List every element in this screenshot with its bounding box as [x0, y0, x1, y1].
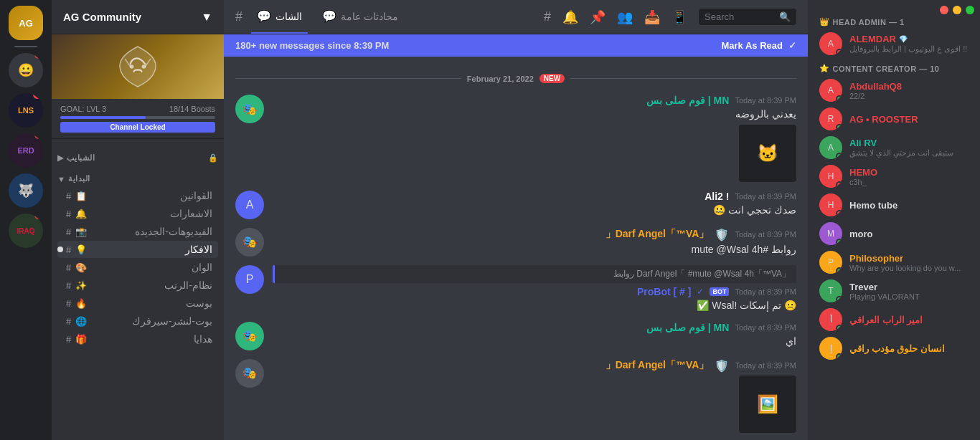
tab-shat-label: الشات [275, 11, 302, 22]
emoji-icon: 📸 [75, 226, 87, 237]
member-info: AbdullahQ8 22/2 [849, 81, 969, 100]
member-avatar: A [819, 136, 842, 159]
member-avatar: P [819, 251, 842, 274]
emoji-icon: 🌐 [75, 316, 87, 327]
date-divider: February 21, 2022 NEW [235, 74, 796, 83]
avatar-emoji: 🎭 [242, 102, 257, 116]
message-author: MN | قوم صلى بس [646, 322, 729, 333]
members-icon[interactable]: 👥 [617, 9, 633, 25]
avatar-letter: A [828, 85, 834, 95]
member-status: ستبقى انت مزحتي الذي لا يتشق [849, 148, 969, 158]
member-item-hemo-tube[interactable]: H Hemo tube [814, 191, 974, 219]
server-icon-iraq[interactable]: IRAQ 1 [9, 214, 43, 248]
pin-icon[interactable]: 📌 [590, 9, 606, 25]
channel-item-gifts[interactable]: # 🎁 هدايا [57, 330, 218, 348]
online-dot [836, 296, 842, 302]
member-status: Why are you looking do you w... [849, 264, 969, 272]
server-icon-ag[interactable]: AG [9, 6, 43, 40]
lock-icon: 🔒 [208, 153, 219, 163]
member-item-moro[interactable]: M moro [814, 219, 974, 248]
message-header: Today at 8:39 PM 🛡️ 「VA™」Darf Angel「 [273, 228, 796, 241]
channel-icon: # [66, 316, 71, 327]
category-label-bedaya: البداية [68, 174, 90, 183]
member-item-alemdar[interactable]: A ALEMDAR 💎 اقوى ع اليوتيوب | الرابط بال… [814, 29, 974, 58]
category-label: HEAD ADMIN — 1 [833, 18, 905, 27]
member-name: moro [849, 229, 969, 239]
channel-item-notifications[interactable]: # 🔔 الاشعارات [57, 205, 218, 222]
bell-icon[interactable]: 🔔 [562, 9, 578, 25]
emoji-icon: ✨ [75, 280, 87, 291]
channel-item-ranks[interactable]: # ✨ نظام-الرتب [57, 277, 218, 294]
server-icon-w[interactable]: 🐺 [9, 173, 43, 208]
close-button[interactable] [940, 6, 948, 14]
message-content: Today at 8:39 PM MN | قوم صلى بس اي [273, 322, 796, 349]
avatar-letter: أ [830, 315, 832, 325]
mark-as-read-button[interactable]: Mark As Read [722, 40, 783, 51]
member-avatar: إ [819, 337, 842, 360]
tab-shat[interactable]: 💬 الشات [251, 0, 308, 34]
server-logo [113, 42, 163, 92]
member-info: Philosopher Why are you looking do you w… [849, 253, 969, 272]
channel-name: القوانين [91, 190, 212, 201]
minimize-button[interactable] [953, 6, 961, 14]
tab-general[interactable]: 💬 محادثات عامة [316, 0, 404, 34]
avatar-letter: A [828, 39, 834, 49]
channel-icon: # [66, 226, 71, 237]
server-icon-2[interactable]: 😀 1 [9, 53, 43, 87]
message-image: 🐱 [653, 125, 796, 182]
member-item-ag-rooster[interactable]: R AG • ROOSTER [814, 105, 974, 133]
category-shabayeb[interactable]: ▶ الشبايب 🔒 [52, 150, 224, 166]
channel-item-colors[interactable]: # 🎨 الوان [57, 259, 218, 276]
member-item-insan[interactable]: إ انسان حلوق مؤدب راقي [814, 334, 974, 363]
message-author: 「VA™」Darf Angel「 [606, 359, 710, 372]
category-bedaya[interactable]: ▼ البداية [52, 171, 224, 186]
member-avatar: A [819, 32, 842, 55]
channel-item-videos[interactable]: # 📸 الفيديوهات-الجديده [57, 223, 218, 240]
online-dot [836, 239, 842, 245]
member-item-amir-rap[interactable]: أ امير الراب العراقي [814, 305, 974, 334]
maximize-button[interactable] [966, 6, 974, 14]
search-input[interactable] [705, 11, 776, 22]
member-avatar: M [819, 222, 842, 245]
member-avatar: H [819, 165, 842, 188]
member-item-trever[interactable]: T Trever Playing VALORANT [814, 277, 974, 305]
channel-name: الوان [91, 262, 212, 273]
channel-item-bot[interactable]: # 🌐 بوت-لنشر-سيرفرك [57, 312, 218, 330]
member-item-abdullahq8[interactable]: A AbdullahQ8 22/2 [814, 76, 974, 105]
channel-hash-icon: # [235, 9, 242, 24]
member-name: AG • ROOSTER [849, 114, 969, 125]
verified-icon: 💎 [899, 35, 908, 43]
server-header[interactable]: AG Community ▼ [52, 0, 224, 34]
member-name: ALEMDAR 💎 [849, 34, 969, 44]
server-divider [14, 46, 37, 47]
message-image: 🖼️ [653, 376, 796, 433]
channel-item-boost[interactable]: # 🔥 بوست [57, 295, 218, 312]
member-status: 22/2 [849, 92, 969, 100]
hashtag-icon[interactable]: # [544, 9, 551, 24]
member-info: Hemo tube [849, 200, 969, 211]
window-controls[interactable] [940, 6, 974, 14]
phone-icon[interactable]: 📱 [672, 9, 687, 25]
avatar: 🎭 [235, 95, 264, 123]
goal-progress: 18/14 Boosts [169, 105, 215, 113]
channel-item-rules[interactable]: # 📋 القوانين [57, 187, 218, 204]
online-dot [836, 95, 842, 102]
message-timestamp: Today at 8:39 PM [735, 287, 796, 296]
dnd-dot [836, 210, 842, 216]
chevron-down-icon: ▼ [57, 175, 65, 183]
server-icon-lns[interactable]: LNS 77 [9, 93, 43, 128]
inbox-icon[interactable]: 📥 [644, 9, 660, 25]
channel-panel: AG Community ▼ GOAL: LVL 3 18/14 Boosts … [52, 0, 224, 440]
channel-icon: # [66, 280, 71, 291]
search-box[interactable]: 🔍 [699, 9, 796, 25]
crown-icon: 👑 [819, 17, 830, 27]
message-row: 🎭 Today at 8:39 PM MN | قوم صلى بس اي [235, 319, 796, 353]
channel-name: هدايا [91, 333, 212, 345]
member-item-hemo[interactable]: H HEMO c3h_ [814, 162, 974, 191]
date-label: February 21, 2022 [467, 75, 534, 83]
member-name: AbdullahQ8 [849, 81, 969, 92]
member-item-philosopher[interactable]: P Philosopher Why are you looking do you… [814, 248, 974, 277]
server-icon-erd[interactable]: ERD 3 [9, 133, 43, 168]
member-item-ali-rv[interactable]: A Ali RV ستبقى انت مزحتي الذي لا يتشق [814, 133, 974, 162]
channel-item-ideas[interactable]: # 💡 الافكار [57, 241, 218, 258]
